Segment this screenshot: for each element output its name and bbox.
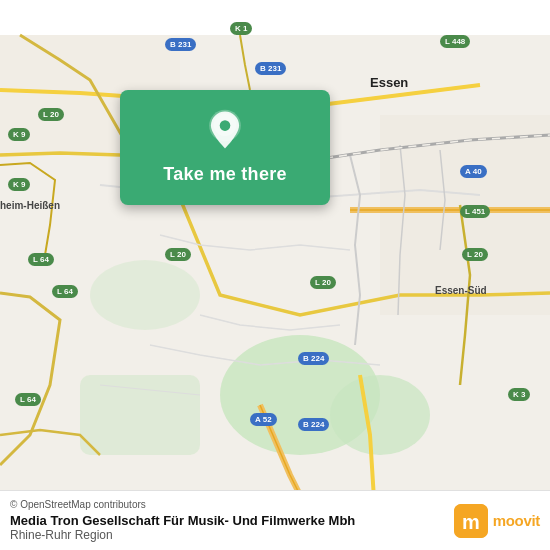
- svg-point-9: [220, 120, 231, 131]
- city-label-heim-heissen: heim-Heißen: [0, 200, 60, 211]
- road-label-l448: L 448: [440, 35, 470, 48]
- road-label-l20-3: L 20: [310, 276, 336, 289]
- road-label-l64-3: L 64: [15, 393, 41, 406]
- osm-attribution: © OpenStreetMap contributors: [10, 499, 355, 510]
- road-label-b231-1: B 231: [165, 38, 196, 51]
- location-region: Rhine-Ruhr Region: [10, 528, 355, 542]
- svg-text:m: m: [462, 511, 480, 533]
- moovit-icon-svg: m: [454, 504, 488, 538]
- road-label-l20-1: L 20: [38, 108, 64, 121]
- take-me-there-button[interactable]: Take me there: [163, 164, 287, 185]
- road-label-l451: L 451: [460, 205, 490, 218]
- moovit-text: moovit: [493, 512, 540, 529]
- city-label-essen-sued: Essen-Süd: [435, 285, 487, 296]
- road-label-a52: A 52: [250, 413, 277, 426]
- road-label-l64-1: L 64: [28, 253, 54, 266]
- location-card: Take me there: [120, 90, 330, 205]
- road-label-k1: K 1: [230, 22, 252, 35]
- road-label-k9-1: K 9: [8, 128, 30, 141]
- road-label-b224-2: B 224: [298, 418, 329, 431]
- svg-point-2: [330, 375, 430, 455]
- bottom-info: © OpenStreetMap contributors Media Tron …: [10, 499, 355, 542]
- road-label-k9-2: K 9: [8, 178, 30, 191]
- svg-rect-3: [80, 375, 200, 455]
- road-label-b231-2: B 231: [255, 62, 286, 75]
- moovit-icon: m: [454, 504, 488, 538]
- bottom-bar: © OpenStreetMap contributors Media Tron …: [0, 490, 550, 550]
- location-name: Media Tron Gesellschaft Für Musik- Und F…: [10, 513, 355, 528]
- moovit-logo: m moovit: [454, 504, 540, 538]
- city-label-essen: Essen: [370, 75, 408, 90]
- location-pin-icon: [203, 108, 247, 152]
- svg-point-4: [90, 260, 200, 330]
- road-label-l64-2: L 64: [52, 285, 78, 298]
- road-label-l20-4: L 20: [462, 248, 488, 261]
- road-label-l20-2: L 20: [165, 248, 191, 261]
- road-label-b224-1: B 224: [298, 352, 329, 365]
- road-label-a40: A 40: [460, 165, 487, 178]
- map-container: Essen Essen-Süd heim-Heißen B 231 B 231 …: [0, 0, 550, 550]
- road-label-k3: K 3: [508, 388, 530, 401]
